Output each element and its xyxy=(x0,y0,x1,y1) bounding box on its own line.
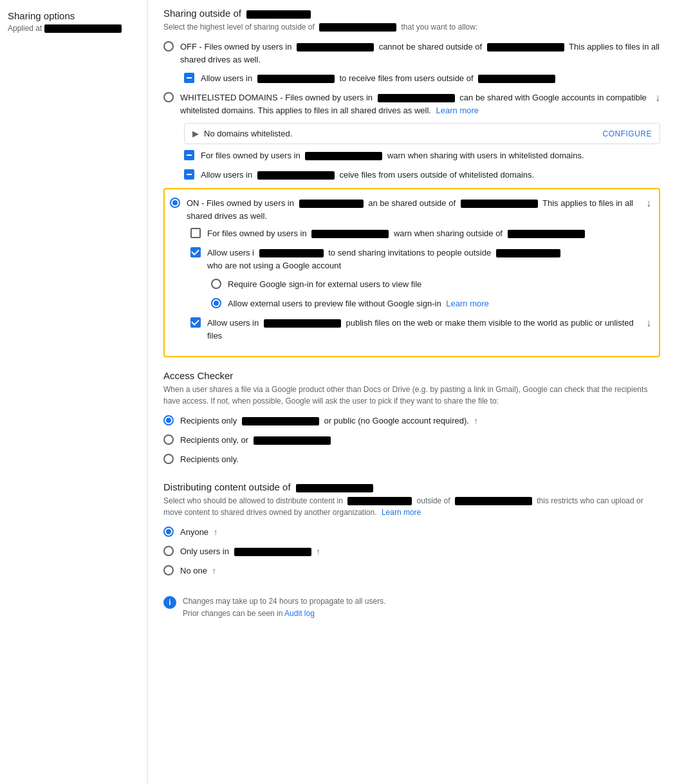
wl-warn-checkbox-box[interactable] xyxy=(184,150,194,160)
on-redacted-2 xyxy=(461,200,538,208)
recipients-public-radio-circle[interactable] xyxy=(163,415,174,425)
anyone-radio-circle[interactable] xyxy=(163,527,174,537)
recipients-or-radio-circle[interactable] xyxy=(163,434,174,445)
ro-redacted xyxy=(254,436,331,445)
whitelisted-option-row: WHITELISTED DOMAINS - Files owned by use… xyxy=(163,91,660,117)
on-publish-checkbox[interactable] xyxy=(190,317,201,330)
recipients-public-text: Recipients only or public (no Google acc… xyxy=(180,415,660,427)
on-publish-text: Allow users in publish files on the web … xyxy=(207,317,641,342)
access-checker-title: Access Checker xyxy=(163,370,660,381)
recipients-only-row: Recipients only. xyxy=(163,453,660,466)
only-users-radio[interactable] xyxy=(163,546,174,558)
wl-allow-outside-checkbox[interactable] xyxy=(184,169,194,182)
on-warn-checkbox-box[interactable] xyxy=(190,228,201,238)
no-one-radio[interactable] xyxy=(163,565,174,577)
on-section: ON - Files owned by users in an be share… xyxy=(163,188,660,357)
on-allow-preview-row: Allow external users to preview file wit… xyxy=(211,297,651,310)
on-preview-learn-more[interactable]: Learn more xyxy=(446,299,488,308)
wl-allow-outside-text: Allow users in ceive files from users ou… xyxy=(201,169,660,182)
allow-receive-text: Allow users in to receive files from use… xyxy=(201,72,660,85)
audit-log-link[interactable]: Audit log xyxy=(284,609,315,618)
whitelisted-arrow-icon: ↓ xyxy=(655,92,660,104)
no-domains-text: No domains whitelisted. xyxy=(204,129,603,138)
on-require-signin-radio[interactable] xyxy=(211,279,221,291)
recipients-public-radio[interactable] xyxy=(163,415,174,427)
applied-redacted xyxy=(44,24,122,33)
main-content: Sharing outside of Select the highest le… xyxy=(148,0,676,784)
on-warn-row: For files owned by users in warn when sh… xyxy=(190,227,651,240)
no-one-radio-circle[interactable] xyxy=(163,565,174,575)
recipients-or-row: Recipients only, or xyxy=(163,434,660,447)
on-inv-redacted-2 xyxy=(496,249,560,257)
on-publish-checkbox-box[interactable] xyxy=(190,317,201,328)
on-allow-preview-radio-circle[interactable] xyxy=(211,298,221,308)
distributing-desc: Select who should be allowed to distribu… xyxy=(163,495,660,518)
on-warn-text: For files owned by users in warn when sh… xyxy=(207,227,651,240)
on-publish-arrow-icon: ↓ xyxy=(646,317,651,329)
info-icon: i xyxy=(163,596,176,609)
off-option-row: OFF - Files owned by users in cannot be … xyxy=(163,41,660,66)
distributing-learn-more[interactable]: Learn more xyxy=(382,508,421,517)
on-option-row: ON - Files owned by users in an be share… xyxy=(170,197,651,222)
on-allow-preview-text: Allow external users to preview file wit… xyxy=(228,297,651,310)
anyone-text: Anyone ↑ xyxy=(180,526,660,539)
no-one-row: No one ↑ xyxy=(163,565,660,577)
ar-redacted-1 xyxy=(257,75,335,83)
on-invitations-checkbox[interactable] xyxy=(190,247,201,259)
allow-receive-row: Allow users in to receive files from use… xyxy=(184,72,660,85)
on-arrow-icon: ↓ xyxy=(646,198,651,209)
whitelisted-option-text: WHITELISTED DOMAINS - Files owned by use… xyxy=(180,91,650,117)
configure-link[interactable]: CONFIGURE xyxy=(603,129,652,138)
on-warn-redacted-1 xyxy=(311,230,389,238)
on-radio-circle[interactable] xyxy=(170,198,180,208)
wl-warn-text: For files owned by users in warn when sh… xyxy=(201,149,660,162)
dist-desc-redacted-1 xyxy=(347,497,412,505)
wl-redacted-1 xyxy=(378,94,455,102)
wl-warn-row: For files owned by users in warn when sh… xyxy=(184,149,660,162)
on-redacted-1 xyxy=(299,200,364,208)
on-invitations-checkbox-box[interactable] xyxy=(190,247,201,257)
wl-ao-redacted xyxy=(257,171,335,180)
distributing-section: Distributing content outside of Select w… xyxy=(163,481,660,518)
on-publish-row: Allow users in publish files on the web … xyxy=(190,317,651,342)
ar-redacted-2 xyxy=(478,75,555,83)
sidebar-applied: Applied at xyxy=(8,24,140,33)
whitelisted-radio[interactable] xyxy=(163,92,174,104)
recipients-public-row: Recipients only or public (no Google acc… xyxy=(163,415,660,427)
no-one-text: No one ↑ xyxy=(180,565,660,577)
on-require-signin-text: Require Google sign-in for external user… xyxy=(228,278,651,291)
access-checker-section: Access Checker When a user shares a file… xyxy=(163,370,660,407)
only-users-radio-circle[interactable] xyxy=(163,546,174,556)
off-radio-circle[interactable] xyxy=(163,41,174,51)
on-radio[interactable] xyxy=(170,198,180,210)
on-warn-checkbox[interactable] xyxy=(190,228,201,240)
wl-allow-outside-checkbox-box[interactable] xyxy=(184,169,194,180)
whitelisted-radio-circle[interactable] xyxy=(163,92,174,102)
off-radio[interactable] xyxy=(163,41,174,53)
recipients-or-radio[interactable] xyxy=(163,434,174,447)
only-users-text: Only users in ↑ xyxy=(180,545,660,558)
rp-redacted xyxy=(242,417,319,425)
rp-up-arrow: ↑ xyxy=(474,416,479,425)
allow-receive-checkbox-box[interactable] xyxy=(184,73,194,83)
on-require-signin-radio-circle[interactable] xyxy=(211,279,221,289)
recipients-only-radio[interactable] xyxy=(163,454,174,466)
whitelisted-learn-more[interactable]: Learn more xyxy=(436,106,479,115)
anyone-radio[interactable] xyxy=(163,527,174,539)
dist-desc-redacted-2 xyxy=(455,497,532,505)
allow-receive-checkbox[interactable] xyxy=(184,73,194,85)
on-allow-preview-radio[interactable] xyxy=(211,298,221,310)
ou-redacted xyxy=(234,548,311,556)
sharing-outside-desc: Select the highest level of sharing outs… xyxy=(163,21,660,33)
wl-allow-outside-row: Allow users in ceive files from users ou… xyxy=(184,169,660,182)
off-redacted-1 xyxy=(297,43,374,51)
wl-warn-checkbox[interactable] xyxy=(184,150,194,162)
on-invitations-text: Allow users i to send sharing invitation… xyxy=(207,247,651,272)
org-redacted-desc xyxy=(319,23,396,32)
on-pub-redacted xyxy=(264,319,341,328)
sharing-outside-title: Sharing outside of xyxy=(163,8,660,19)
recipients-only-radio-circle[interactable] xyxy=(163,454,174,464)
anyone-row: Anyone ↑ xyxy=(163,526,660,539)
on-inv-redacted-1 xyxy=(259,249,324,257)
off-option-text: OFF - Files owned by users in cannot be … xyxy=(180,41,660,66)
